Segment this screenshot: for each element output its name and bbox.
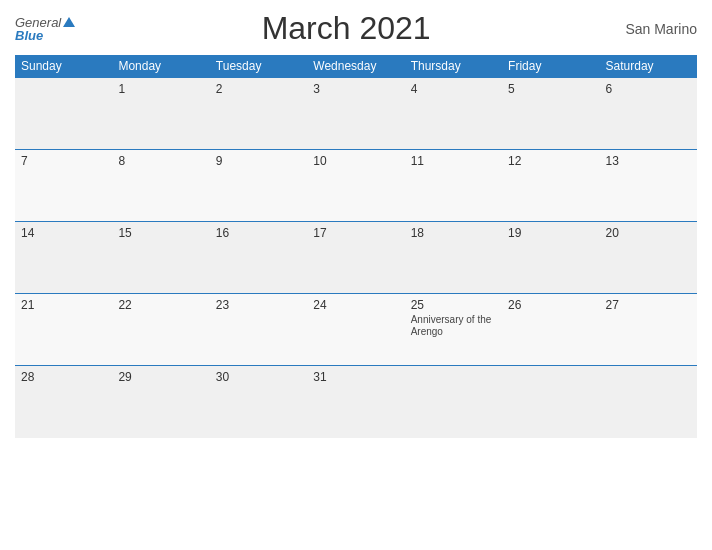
day-number: 11 <box>411 154 496 168</box>
weekday-header: Wednesday <box>307 55 404 78</box>
calendar-cell: 9 <box>210 150 307 222</box>
day-number: 1 <box>118 82 203 96</box>
day-number: 14 <box>21 226 106 240</box>
calendar-cell: 29 <box>112 366 209 438</box>
day-number: 16 <box>216 226 301 240</box>
calendar-cell <box>502 366 599 438</box>
calendar-cell: 12 <box>502 150 599 222</box>
day-number: 17 <box>313 226 398 240</box>
day-number: 12 <box>508 154 593 168</box>
day-number: 23 <box>216 298 301 312</box>
calendar-cell: 26 <box>502 294 599 366</box>
weekday-header: Friday <box>502 55 599 78</box>
weekday-header: Tuesday <box>210 55 307 78</box>
day-number: 31 <box>313 370 398 384</box>
day-number: 3 <box>313 82 398 96</box>
event-label: Anniversary of the Arengo <box>411 314 496 338</box>
weekday-header: Thursday <box>405 55 502 78</box>
calendar-cell <box>15 78 112 150</box>
logo: General Blue <box>15 16 75 42</box>
day-number: 15 <box>118 226 203 240</box>
day-number: 6 <box>606 82 691 96</box>
day-number: 5 <box>508 82 593 96</box>
calendar-container: General Blue March 2021 San Marino Sunda… <box>0 0 712 550</box>
day-number: 22 <box>118 298 203 312</box>
calendar-cell: 4 <box>405 78 502 150</box>
calendar-cell: 17 <box>307 222 404 294</box>
calendar-cell: 14 <box>15 222 112 294</box>
day-number: 7 <box>21 154 106 168</box>
calendar-cell: 6 <box>600 78 697 150</box>
day-number: 26 <box>508 298 593 312</box>
calendar-cell: 31 <box>307 366 404 438</box>
calendar-cell: 11 <box>405 150 502 222</box>
calendar-cell: 27 <box>600 294 697 366</box>
weekday-header-row: SundayMondayTuesdayWednesdayThursdayFrid… <box>15 55 697 78</box>
calendar-cell: 21 <box>15 294 112 366</box>
calendar-cell: 7 <box>15 150 112 222</box>
logo-triangle-icon <box>63 17 75 27</box>
day-number: 19 <box>508 226 593 240</box>
day-number: 24 <box>313 298 398 312</box>
day-number: 28 <box>21 370 106 384</box>
calendar-cell: 8 <box>112 150 209 222</box>
calendar-cell: 16 <box>210 222 307 294</box>
day-number: 10 <box>313 154 398 168</box>
calendar-cell: 18 <box>405 222 502 294</box>
calendar-cell: 28 <box>15 366 112 438</box>
weekday-header: Sunday <box>15 55 112 78</box>
day-number: 21 <box>21 298 106 312</box>
calendar-cell: 25Anniversary of the Arengo <box>405 294 502 366</box>
calendar-cell: 30 <box>210 366 307 438</box>
calendar-cell: 13 <box>600 150 697 222</box>
day-number: 4 <box>411 82 496 96</box>
weekday-header: Saturday <box>600 55 697 78</box>
calendar-cell: 23 <box>210 294 307 366</box>
calendar-week-row: 2122232425Anniversary of the Arengo2627 <box>15 294 697 366</box>
day-number: 27 <box>606 298 691 312</box>
day-number: 20 <box>606 226 691 240</box>
logo-general-text: General <box>15 16 61 29</box>
calendar-week-row: 78910111213 <box>15 150 697 222</box>
calendar-table: SundayMondayTuesdayWednesdayThursdayFrid… <box>15 55 697 438</box>
calendar-week-row: 123456 <box>15 78 697 150</box>
calendar-cell: 3 <box>307 78 404 150</box>
day-number: 29 <box>118 370 203 384</box>
day-number: 2 <box>216 82 301 96</box>
calendar-cell: 24 <box>307 294 404 366</box>
calendar-cell: 1 <box>112 78 209 150</box>
calendar-cell: 15 <box>112 222 209 294</box>
calendar-cell: 22 <box>112 294 209 366</box>
logo-blue-text: Blue <box>15 29 43 42</box>
calendar-week-row: 28293031 <box>15 366 697 438</box>
country-label: San Marino <box>617 21 697 37</box>
day-number: 25 <box>411 298 496 312</box>
calendar-cell: 5 <box>502 78 599 150</box>
day-number: 8 <box>118 154 203 168</box>
calendar-cell: 20 <box>600 222 697 294</box>
month-title: March 2021 <box>75 10 617 47</box>
day-number: 18 <box>411 226 496 240</box>
calendar-week-row: 14151617181920 <box>15 222 697 294</box>
weekday-header: Monday <box>112 55 209 78</box>
calendar-cell: 10 <box>307 150 404 222</box>
calendar-cell <box>405 366 502 438</box>
calendar-cell <box>600 366 697 438</box>
day-number: 9 <box>216 154 301 168</box>
calendar-cell: 2 <box>210 78 307 150</box>
calendar-header: General Blue March 2021 San Marino <box>15 10 697 47</box>
day-number: 13 <box>606 154 691 168</box>
calendar-cell: 19 <box>502 222 599 294</box>
day-number: 30 <box>216 370 301 384</box>
